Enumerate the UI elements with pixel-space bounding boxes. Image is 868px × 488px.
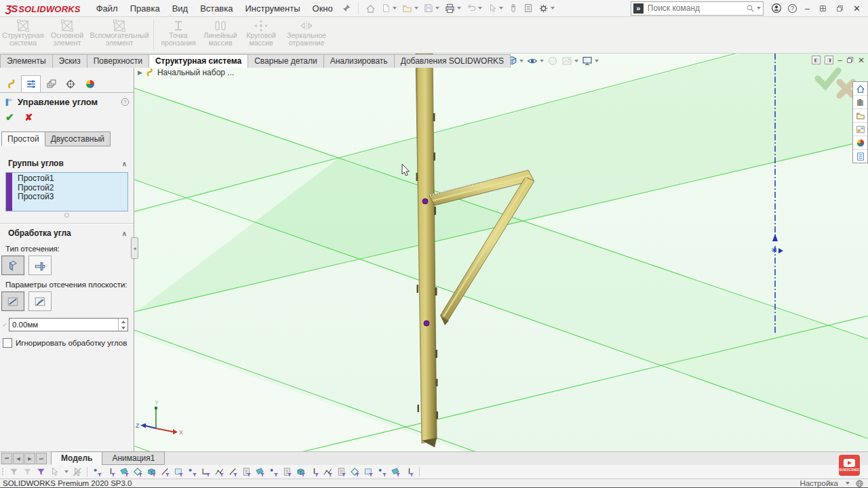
chevron-down-icon[interactable] <box>457 7 461 9</box>
window-tile-button[interactable] <box>814 3 831 14</box>
graphics-area[interactable]: Y X Z ▶ Начальный набор ... <box>134 54 868 451</box>
listbox-resize-handle[interactable] <box>64 213 69 218</box>
corner-groups-listbox[interactable]: Простой1 Простой2 Простой3 <box>5 172 128 211</box>
secondary-member-button[interactable]: Вспомогательный элемент <box>88 19 151 47</box>
file-properties-button[interactable] <box>521 2 535 14</box>
filter-datums-icon[interactable] <box>309 467 319 477</box>
menu-file[interactable]: Файл <box>90 1 124 16</box>
mirror-button[interactable]: Зеркальное отражение <box>281 19 332 47</box>
chevron-down-icon[interactable] <box>435 7 439 9</box>
tab-evaluate[interactable]: Анализировать <box>323 54 395 68</box>
chevron-down-icon[interactable] <box>478 7 482 9</box>
tab-simple[interactable]: Простой <box>1 131 45 146</box>
chevron-down-icon[interactable] <box>551 7 555 9</box>
spinner-up-button[interactable] <box>119 319 127 325</box>
globe-icon[interactable] <box>855 479 864 488</box>
select-options-chevron-icon[interactable] <box>64 470 68 473</box>
chevron-down-icon[interactable] <box>519 60 524 62</box>
menu-tools[interactable]: Инструменты <box>239 1 306 16</box>
search-scope-chevron-icon[interactable] <box>757 7 761 9</box>
doc-close-button[interactable]: ✕ <box>858 56 865 64</box>
collapse-chevron-icon[interactable]: ∧ <box>122 160 127 167</box>
doc-minimize-button[interactable]: – <box>837 56 842 64</box>
filter-midpoints-icon[interactable] <box>241 467 252 477</box>
filter-vertices-icon[interactable] <box>92 467 102 477</box>
prev-tab-button[interactable]: ◀ <box>13 453 24 464</box>
filter-centerlines-icon[interactable] <box>404 467 414 477</box>
list-item[interactable]: Простой2 <box>15 184 56 193</box>
taskpane-custom-properties-button[interactable] <box>853 150 867 163</box>
panel-splitter-handle[interactable]: ◄ <box>131 237 138 259</box>
command-search[interactable]: » <box>631 1 764 16</box>
filter-coordinate-systems-icon[interactable] <box>201 467 211 477</box>
tab-weldments[interactable]: Сварные детали <box>248 54 324 68</box>
list-item[interactable]: Простой3 <box>15 192 56 202</box>
pin-menu-icon[interactable] <box>340 2 353 14</box>
menu-view[interactable]: Вид <box>166 1 195 16</box>
tab-surfaces[interactable]: Поверхности <box>87 54 149 68</box>
print-button[interactable] <box>443 2 463 15</box>
search-input[interactable] <box>646 3 746 14</box>
open-button[interactable] <box>400 2 420 15</box>
pierce-point-button[interactable]: Точка пронзания <box>157 19 200 47</box>
filter-planes-icon[interactable] <box>174 467 184 477</box>
subscribe-overlay-button[interactable]: SUBSCRIBE <box>839 455 860 476</box>
filter-axes-icon[interactable] <box>160 467 170 477</box>
filter-center-marks-icon[interactable] <box>391 467 401 477</box>
window-restore-button[interactable] <box>831 3 848 14</box>
plane-trim-option2-button[interactable] <box>28 291 52 311</box>
invert-selection-icon[interactable] <box>72 467 82 477</box>
tree-expand-icon[interactable]: ▶ <box>138 69 142 76</box>
filter-sketch-points-icon[interactable] <box>228 467 238 477</box>
rebuild-button[interactable] <box>507 2 520 14</box>
taskpane-appearances-button[interactable] <box>853 136 867 150</box>
plane-trim-option1-button[interactable] <box>1 291 24 311</box>
clear-all-filters-icon[interactable] <box>22 467 33 477</box>
filter-sketch-segments-icon[interactable] <box>214 467 224 477</box>
taskpane-file-explorer-button[interactable] <box>853 109 867 123</box>
search-icon[interactable] <box>746 4 755 13</box>
corner-treatment-header[interactable]: Обработка угла ∧ <box>0 224 134 241</box>
filter-cosmetic-threads-icon[interactable] <box>350 467 360 477</box>
feature-manager-tab[interactable] <box>1 75 21 92</box>
home-button[interactable] <box>363 2 378 15</box>
customize-label[interactable]: Настройка <box>800 479 838 487</box>
list-item[interactable]: Простой1 <box>15 174 56 184</box>
ok-button[interactable]: ✔ <box>5 111 14 123</box>
next-tab-button[interactable]: ▶ <box>24 453 35 464</box>
select-button[interactable] <box>486 2 505 14</box>
chevron-down-icon[interactable] <box>414 7 418 9</box>
chevron-down-icon[interactable] <box>574 60 578 62</box>
display-manager-tab[interactable] <box>80 75 100 92</box>
window-minimize-button[interactable]: – <box>800 2 814 15</box>
cancel-button[interactable]: ✘ <box>25 112 33 123</box>
edit-appearance-button[interactable] <box>546 55 559 67</box>
ignore-treatment-checkbox[interactable] <box>3 338 12 348</box>
filter-dimensions-icon[interactable] <box>255 467 265 477</box>
linear-pattern-button[interactable]: Линейный массив <box>200 19 241 47</box>
select-tool-icon[interactable] <box>50 467 59 476</box>
customize-chevron-icon[interactable] <box>846 482 850 485</box>
new-document-button[interactable] <box>379 2 399 14</box>
tab-solidworks-addins[interactable]: Добавления SOLIDWORKS <box>394 54 511 68</box>
chevron-down-icon[interactable] <box>499 7 503 9</box>
options-button[interactable] <box>536 2 557 15</box>
taskpane-home-button[interactable] <box>853 82 867 96</box>
filter-connection-points-icon[interactable] <box>363 467 374 477</box>
filter-geometric-tolerances-icon[interactable] <box>336 467 347 477</box>
undo-button[interactable] <box>465 2 484 14</box>
save-button[interactable] <box>422 2 441 14</box>
filter-surface-finish-icon[interactable] <box>323 467 333 477</box>
filter-welds-icon[interactable] <box>296 467 306 477</box>
tab-animation1[interactable]: Анимация1 <box>102 451 165 465</box>
filter-solid-bodies-icon[interactable] <box>146 467 157 477</box>
split-view-left-icon[interactable]: ◧ <box>812 56 821 64</box>
filter-combination-icon[interactable] <box>36 467 46 477</box>
filter-annotations-icon[interactable] <box>269 467 279 477</box>
login-button[interactable] <box>769 1 784 15</box>
hide-show-items-button[interactable] <box>526 55 545 67</box>
selection-filter-toggle-icon[interactable] <box>9 467 19 477</box>
trim-type-planar-button[interactable] <box>28 256 52 275</box>
help-icon[interactable] <box>121 98 130 106</box>
spinner-down-button[interactable] <box>119 325 127 331</box>
